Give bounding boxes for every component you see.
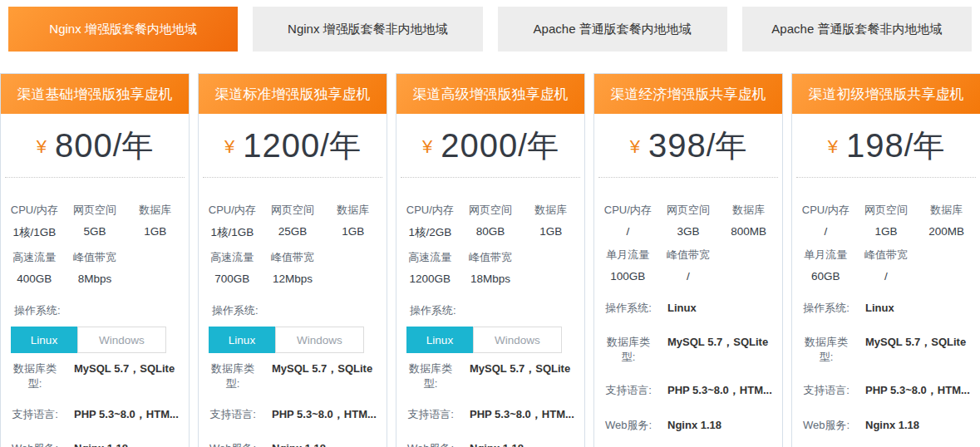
detail-row-web-server: Web服务: Nginx 1.18 — [205, 441, 380, 447]
detail-row-languages: 支持语言: PHP 5.3~8.0，HTM... — [601, 383, 776, 398]
spec-label: 峰值带宽 — [658, 238, 719, 263]
detail-label: Web服务: — [7, 441, 62, 447]
detail-row-languages: 支持语言: PHP 5.3~8.0，HTM... — [7, 407, 182, 422]
os-toggle: Linux Windows — [209, 327, 387, 353]
spec-value: 1200GB — [400, 265, 460, 285]
yen-symbol: ¥ — [224, 133, 234, 158]
spec-value: / — [795, 218, 856, 238]
yen-symbol: ¥ — [37, 133, 47, 158]
spec-label: 网页空间 — [263, 193, 323, 218]
spec-value: 18Mbps — [460, 265, 521, 285]
detail-label: 操作系统: — [799, 301, 854, 316]
spec-label: 网页空间 — [658, 193, 719, 218]
spec-grid: CPU/内存 网页空间 数据库 / 1GB 200MB 单月流量 峰值带宽 60… — [792, 178, 980, 282]
detail-label: 支持语言: — [601, 383, 656, 398]
toggle-option-windows[interactable]: Windows — [77, 327, 166, 353]
spec-label: 网页空间 — [65, 193, 126, 218]
plan-price: ¥ 1200 /年 — [199, 114, 387, 177]
os-label: 操作系统: — [212, 303, 387, 318]
spec-grid: CPU/内存 网页空间 数据库 1核/1GB 5GB 1GB 高速流量 峰值带宽… — [1, 178, 189, 285]
detail-label: Web服务: — [601, 418, 656, 433]
spec-value: 60GB — [795, 263, 856, 282]
plan-title: 渠道基础增强版独享虚机 — [1, 74, 189, 114]
detail-value: Linux — [667, 301, 697, 316]
spec-value: 800MB — [718, 218, 779, 238]
plan-card-basic: 渠道基础增强版独享虚机 ¥ 800 /年 CPU/内存 网页空间 数据库 1核/… — [0, 73, 190, 447]
price-value: 1200 — [243, 127, 320, 165]
tab-nginx-enhanced-mainland[interactable]: Nginx 增强版套餐内地地域 — [8, 7, 238, 52]
spec-label: 高速流量 — [4, 240, 65, 265]
detail-value: MySQL 5.7，SQLite — [272, 361, 372, 376]
spec-label: 数据库 — [718, 193, 779, 218]
yen-symbol: ¥ — [422, 133, 432, 158]
price-period: /年 — [113, 125, 154, 167]
plan-card-advanced: 渠道高级增强版独享虚机 ¥ 2000 /年 CPU/内存 网页空间 数据库 1核… — [396, 73, 585, 447]
detail-label: Web服务: — [205, 441, 260, 447]
spec-value: 3GB — [658, 218, 719, 238]
spec-label: 单月流量 — [795, 238, 856, 263]
spec-grid: CPU/内存 网页空间 数据库 1核/1GB 25GB 1GB 高速流量 峰值带… — [199, 178, 387, 285]
price-value: 2000 — [441, 127, 518, 165]
detail-row-os: 操作系统: Linux — [601, 301, 776, 316]
detail-label: 操作系统: — [601, 301, 656, 316]
detail-label: 数据库类型: — [7, 361, 62, 391]
plan-details: 数据库类型: MySQL 5.7，SQLite 支持语言: PHP 5.3~8.… — [1, 361, 189, 447]
os-label: 操作系统: — [410, 303, 584, 318]
toggle-option-linux[interactable]: Linux — [406, 327, 473, 353]
detail-row-database-type: 数据库类型: MySQL 5.7，SQLite — [7, 361, 182, 391]
detail-row-languages: 支持语言: PHP 5.3~8.0，HTM... — [799, 383, 973, 398]
spec-grid: CPU/内存 网页空间 数据库 / 3GB 800MB 单月流量 峰值带宽 10… — [594, 178, 782, 282]
plan-price: ¥ 2000 /年 — [396, 114, 584, 177]
detail-value: Nginx 1.18 — [272, 441, 326, 447]
spec-value: 200MB — [916, 218, 977, 238]
detail-value: Nginx 1.18 — [667, 418, 721, 433]
plan-card-entry: 渠道初级增强版共享虚机 ¥ 198 /年 CPU/内存 网页空间 数据库 / 1… — [791, 73, 980, 447]
detail-value: MySQL 5.7，SQLite — [667, 335, 768, 350]
tab-apache-standard-nonmainland[interactable]: Apache 普通版套餐非内地地域 — [742, 7, 972, 52]
spec-value: 1GB — [856, 218, 917, 238]
os-toggle: Linux Windows — [406, 327, 584, 353]
tab-apache-standard-mainland[interactable]: Apache 普通版套餐内地地域 — [498, 7, 727, 52]
detail-row-web-server: Web服务: Nginx 1.18 — [799, 418, 973, 433]
price-value: 398 — [648, 127, 707, 165]
spec-label: CPU/内存 — [598, 193, 658, 218]
tab-nginx-enhanced-nonmainland[interactable]: Nginx 增强版套餐非内地地域 — [253, 7, 482, 52]
toggle-option-windows[interactable]: Windows — [275, 327, 364, 353]
spec-label: 峰值带宽 — [263, 240, 323, 265]
pricing-page: Nginx 增强版套餐内地地域 Nginx 增强版套餐非内地地域 Apache … — [0, 0, 980, 447]
detail-label: 数据库类型: — [403, 361, 458, 391]
spec-value: 25GB — [263, 218, 323, 240]
spec-label: 单月流量 — [598, 238, 658, 263]
detail-row-web-server: Web服务: Nginx 1.18 — [601, 418, 776, 433]
plan-card-economy: 渠道经济增强版共享虚机 ¥ 398 /年 CPU/内存 网页空间 数据库 / 3… — [593, 73, 783, 447]
toggle-option-windows[interactable]: Windows — [473, 327, 562, 353]
spec-label: 网页空间 — [856, 193, 917, 218]
detail-label: Web服务: — [799, 418, 854, 433]
price-value: 800 — [55, 127, 113, 165]
spec-value: 80GB — [460, 218, 521, 240]
spec-value: 12Mbps — [263, 265, 323, 285]
detail-row-web-server: Web服务: Nginx 1.18 — [403, 441, 578, 447]
detail-label: 数据库类型: — [205, 361, 260, 391]
spec-value: 700GB — [202, 265, 263, 285]
spec-label: CPU/内存 — [795, 193, 856, 218]
plan-price: ¥ 800 /年 — [1, 114, 189, 177]
spec-label: 数据库 — [125, 193, 185, 218]
detail-label: Web服务: — [403, 441, 458, 447]
yen-symbol: ¥ — [630, 133, 640, 158]
detail-value: Linux — [865, 301, 894, 316]
spec-label: 数据库 — [520, 193, 581, 218]
spec-label: 峰值带宽 — [460, 240, 521, 265]
price-period: /年 — [320, 125, 361, 167]
plan-details: 数据库类型: MySQL 5.7，SQLite 支持语言: PHP 5.3~8.… — [199, 361, 387, 447]
detail-value: Nginx 1.18 — [865, 418, 919, 433]
detail-value: PHP 5.3~8.0，HTM... — [470, 407, 574, 422]
detail-value: MySQL 5.7，SQLite — [470, 361, 570, 376]
package-tab-bar: Nginx 增强版套餐内地地域 Nginx 增强版套餐非内地地域 Apache … — [0, 0, 980, 52]
plan-title: 渠道初级增强版共享虚机 — [792, 74, 980, 114]
plan-title: 渠道标准增强版独享虚机 — [199, 74, 387, 114]
toggle-option-linux[interactable]: Linux — [11, 327, 77, 353]
toggle-option-linux[interactable]: Linux — [209, 327, 275, 353]
spec-label: CPU/内存 — [202, 193, 263, 218]
spec-label: CPU/内存 — [400, 193, 460, 218]
